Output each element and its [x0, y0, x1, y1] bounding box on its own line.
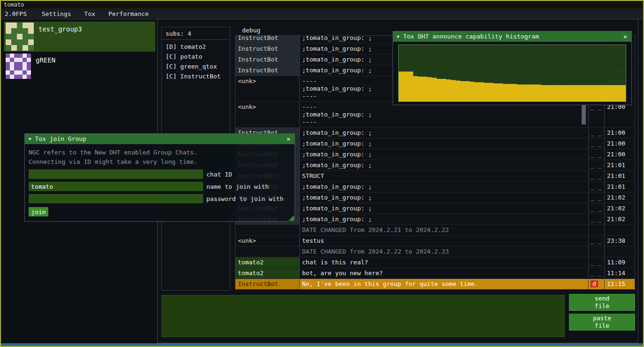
sender-name: InstructBot	[235, 44, 300, 54]
chat-message-row[interactable]: <unk>----;tomato_in_group: ;----_ _21:00	[235, 102, 635, 128]
message-text: ;tomato_in_group: ;	[300, 149, 589, 160]
message-text: ;tomato_in_group: ;	[300, 128, 589, 138]
fps-counter: 2.0FPS	[5, 10, 27, 17]
member-item[interactable]: [C] green_qtox	[162, 62, 230, 71]
message-time: 21:02	[605, 193, 635, 203]
histogram-titlebar[interactable]: ▼Tox DHT announce capability histogram ×	[393, 31, 631, 42]
message-text: ;tomato_in_group: ;	[300, 139, 589, 149]
window-title: tomato	[4, 1, 24, 8]
sender-name: tomato2	[235, 268, 300, 278]
message-time: 21:02	[605, 214, 635, 224]
message-time: 21:00	[605, 102, 635, 127]
message-flags: _ _	[589, 171, 605, 181]
paste-file-button[interactable]: paste file	[569, 314, 635, 331]
close-icon[interactable]: ×	[284, 134, 293, 144]
menu-bar: 2.0FPSSettingsToxPerformance	[1, 8, 643, 20]
join-group-titlebar[interactable]: ▼Tox join Group ×	[25, 134, 295, 144]
join-input-chat-ID[interactable]	[29, 170, 203, 179]
histogram-window: ▼Tox DHT announce capability histogram ×	[393, 31, 632, 105]
message-text: No, I've been in this group for quite so…	[300, 279, 589, 289]
message-flags: _ _	[589, 203, 605, 214]
message-flags: _ _	[589, 102, 605, 127]
message-input[interactable]	[161, 295, 565, 337]
group-item-test_group3[interactable]: test_group3	[4, 22, 155, 52]
message-text: ;tomato_in_group: ;	[300, 193, 589, 203]
sender-name: InstructBot	[235, 35, 300, 43]
message-time: 21:00	[605, 149, 635, 160]
join-input-password-to-join-with[interactable]	[29, 194, 203, 203]
collapse-arrow-icon[interactable]: ▼	[29, 137, 31, 141]
scrollbar-thumb[interactable]	[582, 105, 586, 124]
message-text: ;tomato_in_group: ;	[300, 214, 589, 224]
message-flags: _ _	[589, 236, 605, 246]
message-time: 21:01	[605, 182, 635, 192]
message-time: 21:00	[605, 128, 635, 138]
message-time: 21:00	[605, 139, 635, 149]
message-text: DATE CHANGED from 2024.2.22 to 2024.2.23	[300, 247, 589, 257]
member-item[interactable]: [C] potato	[162, 52, 230, 62]
separator	[162, 39, 230, 40]
menu-settings[interactable]: Settings	[35, 8, 78, 20]
message-text: bot, are you new here?	[300, 268, 589, 278]
message-flags: _ _	[589, 268, 605, 278]
send-file-button[interactable]: send file	[569, 294, 635, 311]
close-icon[interactable]: ×	[621, 31, 629, 42]
menu-tox[interactable]: Tox	[78, 8, 102, 20]
chat-message-row[interactable]: InstructBot;tomato_in_group: ;_ _21:02	[235, 203, 635, 214]
message-flags: _ _	[589, 160, 605, 170]
message-time: 21:01	[605, 171, 635, 181]
message-time: 21:01	[605, 160, 635, 170]
chat-message-row[interactable]: InstructBot;tomato_in_group: ;_ _21:00	[235, 128, 635, 139]
chat-message-row[interactable]: InstructBot;tomato_in_group: ;_ _21:02	[235, 214, 635, 225]
sender-name	[235, 247, 300, 257]
chat-message-row[interactable]: InstructBot;tomato_in_group: ;_ _21:00	[235, 149, 635, 160]
join-field-label: chat ID	[206, 171, 232, 178]
message-flags: d	[589, 279, 605, 289]
chat-message-row[interactable]: InstructBot;tomato_in_group: ;_ _21:01	[235, 182, 635, 193]
chat-title[interactable]: debug	[242, 27, 260, 34]
join-info-line: NGC refers to the New DHT enabled Group …	[29, 148, 291, 157]
message-text: ;tomato_in_group: ;	[300, 160, 589, 170]
message-flags	[589, 225, 605, 235]
message-flags: _ _	[589, 193, 605, 203]
message-time	[605, 247, 635, 257]
message-time	[605, 225, 635, 235]
group-name: test_group3	[38, 25, 82, 33]
join-field-row: chat ID	[29, 170, 291, 179]
chat-message-row[interactable]: InstructBotNo, I've been in this group f…	[235, 279, 635, 290]
chat-message-row[interactable]: <unk>testus_ _23:38	[235, 236, 635, 247]
group-item-gREEN[interactable]: gREEN	[4, 53, 155, 83]
window-titlebar[interactable]: tomato	[1, 1, 643, 8]
chat-message-row[interactable]: InstructBot;tomato_in_group: ;_ _21:02	[235, 193, 635, 203]
histogram-plot[interactable]	[398, 45, 626, 102]
message-text: ;tomato_in_group: ;	[300, 203, 589, 214]
chat-message-row[interactable]: InstructBot;tomato_in_group: ;_ _21:00	[235, 139, 635, 149]
histogram-bars	[399, 45, 626, 101]
join-input-name-to-join-with[interactable]	[29, 182, 203, 191]
chat-message-row[interactable]: InstructBot;tomato_in_group: ;_ _21:01	[235, 160, 635, 171]
chat-message-row[interactable]: tomato2bot, are you new here?_ _11:14	[235, 268, 635, 279]
message-flags: _ _	[589, 257, 605, 268]
message-text: DATE CHANGED from 2024.2.21 to 2024.2.22	[300, 225, 589, 235]
message-text: ;tomato_in_group: ;	[300, 182, 589, 192]
message-text: ----;tomato_in_group: ;----	[300, 102, 589, 127]
join-info-line: Connecting via ID might take a very long…	[29, 157, 291, 167]
join-fields: chat IDname to join withpassword to join…	[29, 170, 291, 203]
join-button[interactable]: join	[29, 207, 48, 216]
member-item[interactable]: [D] tomato2	[162, 42, 230, 52]
collapse-arrow-icon[interactable]: ▼	[397, 34, 399, 39]
message-time: 11:09	[605, 257, 635, 268]
sender-name: InstructBot	[235, 279, 300, 289]
app-window: tomato 2.0FPSSettingsToxPerformance test…	[0, 0, 644, 347]
menu-performance[interactable]: Performance	[102, 8, 155, 20]
member-item[interactable]: [C] InstructBot	[162, 71, 230, 81]
sender-name: <unk>	[235, 236, 300, 246]
join-group-window: ▼Tox join Group × NGC refers to the New …	[24, 133, 295, 222]
resize-grip-icon[interactable]	[288, 215, 294, 221]
message-time: 11:15	[605, 279, 635, 289]
chat-message-row[interactable]: tomato2chat is this real?_ _11:09	[235, 257, 635, 268]
chat-message-row[interactable]: InstructBotSTRUCT_ _21:01	[235, 171, 635, 182]
message-flags	[589, 247, 605, 257]
members-list: [D] tomato2[C] potato[C] green_qtox[C] I…	[162, 42, 230, 81]
message-time: 23:38	[605, 236, 635, 246]
